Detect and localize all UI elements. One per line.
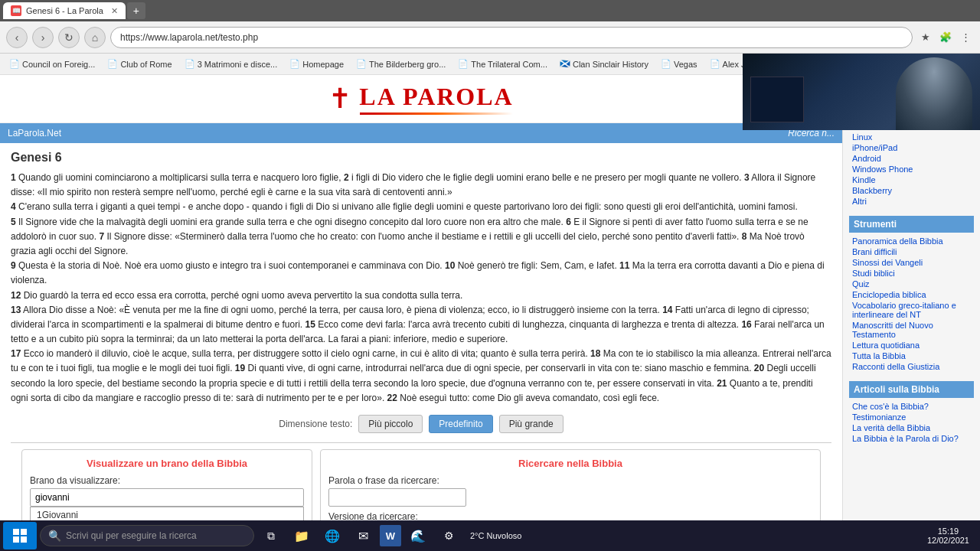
site-logo: ✝ LA PAROLA bbox=[8, 83, 835, 115]
new-tab-button[interactable]: + bbox=[127, 2, 145, 19]
sidebar-link-windows-phone[interactable]: Windows Phone bbox=[849, 164, 974, 174]
forward-button[interactable]: › bbox=[32, 27, 54, 48]
menu-icon[interactable]: ⋮ bbox=[957, 29, 974, 46]
parola-field-group: Parola o frase da ricercare: bbox=[328, 475, 812, 507]
bookmark-6[interactable]: 🏴󠁧󠁢󠁳󠁣󠁴󠁿Clan Sinclair History bbox=[555, 57, 653, 70]
parola-input[interactable] bbox=[328, 488, 466, 507]
text-size-larger-button[interactable]: Più grande bbox=[499, 415, 564, 433]
person-silhouette bbox=[896, 57, 972, 130]
page-area: ✝ LA PAROLA LaParola.Net Ricerca n... Ge… bbox=[0, 75, 842, 520]
taskbar-file-explorer[interactable]: 📁 bbox=[288, 522, 315, 549]
autocomplete-item-0[interactable]: 1Giovanni bbox=[31, 507, 303, 520]
windows-logo-icon bbox=[12, 528, 28, 543]
sidebar-link-sinossi[interactable]: Sinossi dei Vangeli bbox=[849, 257, 974, 268]
text-size-smaller-button[interactable]: Più piccolo bbox=[358, 415, 423, 433]
brano-label: Brano da visualizzare: bbox=[30, 475, 304, 486]
bookmark-4[interactable]: 📄The Bilderberg gro... bbox=[351, 57, 450, 70]
sidebar-link-kindle[interactable]: Kindle bbox=[849, 174, 974, 185]
sidebar-link-android[interactable]: Android bbox=[849, 153, 974, 164]
visualize-panel-title: Visualizzare un brano della Bibbia bbox=[30, 458, 304, 469]
bookmark-1[interactable]: 📄Club of Rome bbox=[103, 57, 176, 70]
logo-cross-icon: ✝ bbox=[328, 83, 351, 115]
sidebar-section-tools: Strumenti Panoramica della Bibbia Brani … bbox=[843, 211, 980, 377]
parola-label: Parola o frase da ricercare: bbox=[328, 475, 812, 486]
taskbar-clock: 15:19 12/02/2021 bbox=[920, 527, 977, 545]
sidebar-link-tutta-bibbia[interactable]: Tutta la Bibbia bbox=[849, 350, 974, 361]
sidebar-link-iphone[interactable]: iPhone/iPad bbox=[849, 142, 974, 153]
sidebar-link-parola-dio[interactable]: La Bibbia è la Parola di Dio? bbox=[849, 433, 974, 444]
section-divider bbox=[11, 442, 831, 443]
sidebar-link-cose-bibbia[interactable]: Che cos'è la Bibbia? bbox=[849, 401, 974, 412]
taskbar-app1[interactable]: ⚙ bbox=[435, 522, 462, 549]
sidebar-link-studi[interactable]: Studi biblici bbox=[849, 268, 974, 279]
taskbar-search-bar[interactable]: 🔍 Scrivi qui per eseguire la ricerca bbox=[40, 525, 254, 546]
taskbar-mail[interactable]: ✉ bbox=[349, 522, 377, 549]
address-text: https://www.laparola.net/testo.php bbox=[120, 32, 903, 43]
tab-label: Genesi 6 - La Parola bbox=[26, 6, 103, 15]
nav-icons: ★ 🧩 ⋮ bbox=[917, 29, 974, 46]
brano-input-container: 1Giovanni 2Giovanni 3Giovanni Giovanni bbox=[30, 488, 304, 507]
search-panel-title: Ricercare nella Bibbia bbox=[328, 458, 812, 469]
extensions-icon[interactable]: 🧩 bbox=[937, 29, 954, 46]
text-size-default-button[interactable]: Predefinito bbox=[429, 415, 492, 433]
search-panel: Ricercare nella Bibbia Parola o frase da… bbox=[320, 449, 821, 520]
sidebar-link-testimonianze[interactable]: Testimonianze bbox=[849, 412, 974, 422]
taskbar-date: 12/02/2021 bbox=[927, 536, 969, 545]
reload-button[interactable]: ↻ bbox=[58, 27, 80, 48]
taskbar-edge[interactable]: 🌊 bbox=[404, 522, 432, 549]
bookmark-3[interactable]: 📄Homepage bbox=[285, 57, 348, 70]
sidebar-link-blackberry[interactable]: Blackberry bbox=[849, 185, 974, 196]
sidebar-link-manoscritti[interactable]: Manoscritti del Nuovo Testamento bbox=[849, 320, 974, 340]
sidebar-link-brani-difficili[interactable]: Brani difficili bbox=[849, 246, 974, 257]
tab-bar: 📖 Genesi 6 - La Parola ✕ + bbox=[0, 0, 980, 21]
svg-rect-0 bbox=[13, 529, 19, 535]
taskbar: 🔍 Scrivi qui per eseguire la ricerca ⧉ 📁… bbox=[0, 520, 980, 551]
taskbar-word[interactable]: W bbox=[380, 525, 401, 546]
text-size-label: Dimensione testo: bbox=[279, 419, 352, 429]
back-button[interactable]: ‹ bbox=[6, 27, 28, 48]
sidebar-link-verita[interactable]: La verità della Bibbia bbox=[849, 422, 974, 433]
taskbar-chrome[interactable]: 🌐 bbox=[318, 522, 346, 549]
sidebar-section-tools-title: Strumenti bbox=[849, 216, 974, 233]
taskbar-task-view[interactable]: ⧉ bbox=[257, 522, 285, 549]
svg-rect-3 bbox=[21, 536, 27, 543]
visualize-panel: Visualizzare un brano della Bibbia Brano… bbox=[21, 449, 312, 520]
sidebar-section-articles-title: Articoli sulla Bibbia bbox=[849, 381, 974, 398]
tab-favicon: 📖 bbox=[11, 5, 21, 16]
content-wrapper: Genesi 6 1 Quando gli uomini cominciaron… bbox=[0, 143, 842, 520]
active-tab[interactable]: 📖 Genesi 6 - La Parola ✕ bbox=[3, 2, 126, 19]
svg-rect-2 bbox=[13, 536, 19, 543]
sidebar-link-altri[interactable]: Altri bbox=[849, 196, 974, 207]
main-text-area: Genesi 6 1 Quando gli uomini cominciaron… bbox=[0, 143, 842, 520]
sidebar-section-articles: Articoli sulla Bibbia Che cos'è la Bibbi… bbox=[843, 377, 980, 448]
sidebar-link-quiz[interactable]: Quiz bbox=[849, 279, 974, 289]
book-title: Genesi 6 bbox=[11, 151, 831, 165]
bookmark-2[interactable]: 📄3 Matrimoni e disce... bbox=[180, 57, 283, 70]
bookmark-7[interactable]: 📄Vegas bbox=[656, 57, 702, 70]
webcam-feed bbox=[743, 54, 980, 130]
right-sidebar: Piattaforme Descrizione Windows Macintos… bbox=[842, 75, 980, 520]
sidebar-link-enciclopedia[interactable]: Enciclopedia biblica bbox=[849, 289, 974, 300]
navigation-bar: ‹ › ↻ ⌂ https://www.laparola.net/testo.p… bbox=[0, 21, 980, 54]
tab-close-button[interactable]: ✕ bbox=[111, 6, 118, 16]
search-version-label: Versione da ricercare: bbox=[328, 511, 812, 520]
sidebar-link-lettura[interactable]: Lettura quotidiana bbox=[849, 340, 974, 350]
site-nav-bar: LaParola.Net Ricerca n... bbox=[0, 123, 842, 143]
bookmark-5[interactable]: 📄The Trilateral Com... bbox=[453, 57, 552, 70]
address-bar[interactable]: https://www.laparola.net/testo.php bbox=[110, 27, 913, 48]
logo-underline bbox=[360, 112, 513, 115]
sidebar-link-linux[interactable]: Linux bbox=[849, 132, 974, 142]
star-icon[interactable]: ★ bbox=[917, 29, 934, 46]
sidebar-link-panoramica[interactable]: Panoramica della Bibbia bbox=[849, 236, 974, 246]
brano-input[interactable] bbox=[30, 488, 304, 507]
taskbar-search-text: Scrivi qui per eseguire la ricerca bbox=[66, 530, 197, 541]
site-nav-home[interactable]: LaParola.Net bbox=[8, 128, 61, 139]
home-button[interactable]: ⌂ bbox=[84, 27, 106, 48]
brano-field-group: Brano da visualizzare: 1Giovanni 2Giovan… bbox=[30, 475, 304, 507]
sidebar-link-racconti[interactable]: Racconti della Giustizia bbox=[849, 361, 974, 372]
bookmark-0[interactable]: 📄Council on Foreig... bbox=[5, 57, 100, 70]
start-button[interactable] bbox=[3, 522, 37, 549]
sidebar-link-vocabolario[interactable]: Vocabolario greco-italiano e interlinear… bbox=[849, 300, 974, 320]
autocomplete-list: 1Giovanni 2Giovanni 3Giovanni Giovanni bbox=[30, 507, 304, 520]
monitor-in-webcam bbox=[750, 77, 804, 122]
